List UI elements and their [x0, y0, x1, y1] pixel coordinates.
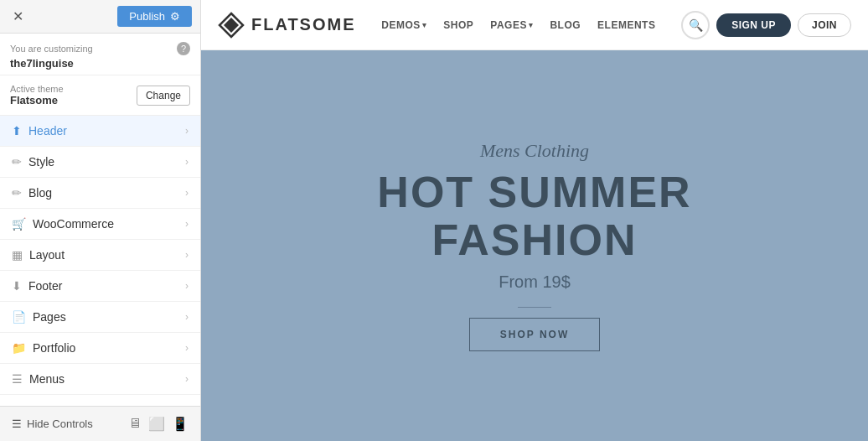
active-theme: Active theme Flatsome Change [0, 75, 200, 116]
nav-item-portfolio[interactable]: 📁 Portfolio › [0, 333, 200, 364]
nav-item-woocommerce[interactable]: 🛒 WooCommerce › [0, 209, 200, 240]
nav-item-header[interactable]: ⬆ Header › [0, 116, 200, 147]
hide-controls-icon: ☰ [12, 418, 22, 430]
nav-item-header-label: Header [28, 124, 67, 137]
footer-icon: ⬇ [12, 279, 22, 293]
mobile-view-icon[interactable]: 📱 [172, 416, 189, 432]
chevron-right-icon: › [185, 218, 189, 230]
chevron-right-icon: › [185, 125, 189, 137]
change-theme-button[interactable]: Change [137, 86, 190, 106]
logo-diamond-icon [218, 12, 245, 39]
nav-elements[interactable]: ELEMENTS [591, 16, 662, 34]
hero-subtitle: Mens Clothing [377, 140, 691, 162]
chevron-right-icon: › [185, 342, 189, 354]
chevron-right-icon: › [185, 373, 189, 385]
hero-price: From 19$ [377, 272, 691, 292]
hero-section: Mens Clothing HOT SUMMER FASHION From 19… [201, 50, 868, 441]
nav-item-menus[interactable]: ☰ Menus › [0, 364, 200, 395]
nav-item-blog[interactable]: ✏ Blog › [0, 178, 200, 209]
nav-item-footer-label: Footer [28, 279, 62, 293]
site-preview: FLATSOME DEMOS ▾ SHOP PAGES ▾ BLOG ELEME… [201, 0, 868, 441]
layout-icon: ▦ [12, 248, 23, 262]
join-button[interactable]: JOIN [798, 13, 851, 37]
hide-controls-button[interactable]: ☰ Hide Controls [12, 418, 93, 430]
nav-shop[interactable]: SHOP [437, 16, 480, 34]
pages-icon: 📄 [12, 310, 26, 324]
nav-item-layout[interactable]: ▦ Layout › [0, 240, 200, 271]
hero-content: Mens Clothing HOT SUMMER FASHION From 19… [377, 140, 691, 351]
nav-item-style-label: Style [28, 155, 54, 169]
nav-item-pages-label: Pages [33, 310, 66, 324]
nav-blog[interactable]: BLOG [543, 16, 587, 34]
portfolio-icon: 📁 [12, 341, 26, 355]
theme-name: Flatsome [10, 94, 64, 106]
chevron-right-icon: › [185, 187, 189, 199]
menus-icon: ☰ [12, 372, 23, 386]
view-icons: 🖥 ⬜ 📱 [128, 416, 189, 432]
nav-demos[interactable]: DEMOS ▾ [375, 16, 433, 34]
customizing-label: You are customizing [10, 44, 93, 54]
site-nav: DEMOS ▾ SHOP PAGES ▾ BLOG ELEMENTS [375, 16, 662, 34]
woocommerce-icon: 🛒 [12, 217, 26, 231]
publish-button[interactable]: Publish ⚙ [117, 6, 192, 27]
hero-title: HOT SUMMER FASHION [377, 169, 691, 264]
header-buttons: 🔍 SIGN UP JOIN [681, 11, 851, 39]
chevron-right-icon: › [185, 156, 189, 168]
close-button[interactable]: ✕ [8, 8, 27, 26]
desktop-view-icon[interactable]: 🖥 [128, 416, 142, 432]
chevron-right-icon: › [185, 249, 189, 261]
hide-controls-label: Hide Controls [27, 418, 93, 430]
nav-item-pages[interactable]: 📄 Pages › [0, 302, 200, 333]
customizing-info: You are customizing ? the7linguise [0, 34, 200, 75]
site-header: FLATSOME DEMOS ▾ SHOP PAGES ▾ BLOG ELEME… [201, 0, 868, 50]
help-icon[interactable]: ? [177, 42, 190, 55]
chevron-right-icon: › [185, 311, 189, 323]
bottom-bar: ☰ Hide Controls 🖥 ⬜ 📱 [0, 406, 200, 441]
signup-button[interactable]: SIGN UP [716, 13, 791, 37]
nav-item-footer[interactable]: ⬇ Footer › [0, 271, 200, 302]
nav-item-layout-label: Layout [29, 248, 65, 262]
nav-item-menus-label: Menus [29, 372, 65, 386]
site-logo: FLATSOME [218, 12, 356, 39]
nav-item-blog-label: Blog [28, 186, 52, 200]
nav-list: ⬆ Header › ✏ Style › ✏ Blog › 🛒 WooComme… [0, 116, 200, 406]
blog-icon: ✏ [12, 186, 22, 200]
nav-item-style[interactable]: ✏ Style › [0, 147, 200, 178]
nav-pages[interactable]: PAGES ▾ [483, 16, 540, 34]
nav-item-portfolio-label: Portfolio [33, 341, 75, 355]
tablet-view-icon[interactable]: ⬜ [148, 416, 165, 432]
customizing-name: the7linguise [10, 57, 190, 70]
nav-item-woocommerce-label: WooCommerce [33, 217, 114, 231]
gear-icon: ⚙ [170, 10, 180, 23]
hero-divider [518, 307, 551, 308]
customizer-panel: ✕ Publish ⚙ You are customizing ? the7li… [0, 0, 201, 441]
header-icon: ⬆ [12, 124, 22, 137]
top-bar: ✕ Publish ⚙ [0, 0, 200, 34]
chevron-right-icon: › [185, 280, 189, 292]
shop-now-button[interactable]: SHOP NOW [469, 318, 600, 351]
search-icon: 🔍 [689, 18, 703, 32]
style-icon: ✏ [12, 155, 22, 169]
theme-label: Active theme [10, 84, 64, 94]
search-button[interactable]: 🔍 [681, 11, 710, 39]
